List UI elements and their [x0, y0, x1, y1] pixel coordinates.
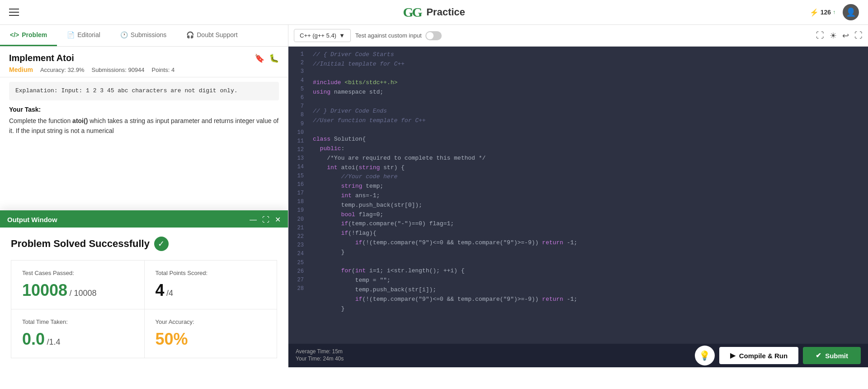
output-close-button[interactable]: ✕ — [275, 215, 281, 224]
your-time-label: Your Time: — [296, 356, 321, 362]
points-scored-label: Total Points Scored: — [156, 270, 266, 276]
points-scored-value: 4 — [156, 281, 165, 299]
output-header: Output Window — ⛶ ✕ — [0, 212, 288, 228]
avatar-icon: 👤 — [846, 7, 856, 17]
stats-grid: Test Cases Passed: 10008 / 10008 Total P… — [11, 260, 277, 358]
solved-text: Problem Solved Successfully — [11, 238, 150, 250]
task-description: Complete the function atoi() which takes… — [9, 116, 279, 136]
editor-toolbar-right: ⛶ ☀ ↩ ⛶ — [816, 31, 863, 41]
main-content: </> Problem 📄 Editorial 🕐 Submissions 🎧 … — [0, 25, 868, 367]
compile-run-label: Compile & Run — [739, 352, 788, 360]
run-play-icon: ▶ — [730, 351, 736, 360]
problem-code-icon: </> — [10, 31, 19, 38]
accuracy-result-label: Your Accuracy: — [156, 318, 266, 325]
tab-editorial[interactable]: 📄 Editorial — [57, 25, 110, 46]
bug-icon[interactable]: 🐛 — [269, 53, 279, 63]
navbar-center: G G Practice — [403, 5, 465, 19]
compile-run-button[interactable]: ▶ Compile & Run — [719, 347, 799, 364]
site-title: Practice — [426, 6, 465, 18]
tab-problem[interactable]: </> Problem — [0, 25, 57, 46]
left-panel: </> Problem 📄 Editorial 🕐 Submissions 🎧 … — [0, 25, 288, 367]
hamburger-menu[interactable] — [9, 9, 19, 16]
bottom-bar: Average Time: 15m Your Time: 24m 40s 💡 ▶… — [288, 344, 868, 367]
accuracy-label: Accuracy: — [40, 66, 66, 73]
code-editor[interactable]: 1234567891011121314151617181920212223242… — [288, 47, 868, 344]
average-time-label: Average Time: — [296, 348, 330, 355]
fullscreen-icon[interactable]: ⛶ — [854, 31, 863, 40]
output-maximize-button[interactable]: ⛶ — [262, 215, 269, 224]
gg-logo: G G — [403, 5, 423, 19]
time-value: 0.0 — [22, 330, 45, 348]
submit-label: Submit — [825, 352, 848, 360]
navbar-right: ⚡ 126 ↑ 👤 — [810, 4, 859, 20]
submissions-value: 90944 — [128, 66, 144, 73]
submissions-clock-icon: 🕐 — [120, 31, 128, 38]
accuracy-value: 32.9% — [68, 66, 85, 73]
solved-row: Problem Solved Successfully ✓ — [11, 237, 277, 251]
language-selector[interactable]: C++ (g++ 5.4) ▼ — [294, 29, 351, 42]
points-meta: Points: 4 — [152, 66, 175, 73]
test-cases-total: / 10008 — [70, 289, 97, 298]
points-scored-total: /4 — [166, 289, 173, 298]
submissions-meta: Submissions: 90944 — [91, 66, 144, 73]
time-label: Total Time Taken: — [22, 318, 133, 325]
points-label: Points: — [152, 66, 170, 73]
user-avatar[interactable]: 👤 — [843, 4, 859, 20]
settings-icon[interactable]: ☀ — [830, 31, 837, 41]
time-info: Average Time: 15m Your Time: 24m 40s — [296, 348, 344, 363]
accuracy-result-value: 50% — [156, 330, 188, 348]
output-body: Problem Solved Successfully ✓ Test Cases… — [0, 228, 288, 367]
stat-points: Total Points Scored: 4 /4 — [144, 260, 278, 309]
your-time-display: Your Time: 24m 40s — [296, 356, 344, 362]
tab-editorial-label: Editorial — [77, 31, 100, 38]
stat-test-cases: Test Cases Passed: 10008 / 10008 — [11, 260, 144, 309]
streak-bolt-icon: ⚡ — [810, 8, 819, 17]
submit-button[interactable]: ✔ Submit — [803, 347, 861, 364]
stat-accuracy: Your Accuracy: 50% — [144, 309, 278, 358]
line-numbers: 1234567891011121314151617181920212223242… — [288, 47, 309, 344]
tab-submissions-label: Submissions — [131, 31, 166, 38]
tab-doubt-support-label: Doubt Support — [197, 31, 237, 38]
problem-meta: Medium Accuracy: 32.9% Submissions: 9094… — [9, 66, 279, 73]
reset-icon[interactable]: ↩ — [842, 31, 849, 41]
expand-icon[interactable]: ⛶ — [816, 31, 824, 40]
streak-arrow-icon: ↑ — [833, 9, 835, 15]
explanation-text: Explanation: Input: 1 2 3 45 abc charact… — [15, 87, 237, 94]
submit-check-icon: ✔ — [816, 351, 821, 360]
problem-title-row: Implement Atoi 🔖 🐛 — [9, 53, 279, 63]
submissions-label: Submissions: — [91, 66, 126, 73]
custom-input-label: Test against custom input — [355, 32, 422, 39]
custom-input-switch[interactable] — [425, 31, 442, 40]
output-window: Output Window — ⛶ ✕ Problem Solved Succe… — [0, 210, 288, 367]
difficulty-badge: Medium — [9, 66, 33, 73]
average-time-value: 15m — [332, 348, 343, 355]
language-value: C++ (g++ 5.4) — [300, 32, 336, 39]
tab-doubt-support[interactable]: 🎧 Doubt Support — [176, 25, 247, 46]
output-minimize-button[interactable]: — — [250, 215, 257, 224]
stat-time: Total Time Taken: 0.0 /1.4 — [11, 309, 144, 358]
tab-bar: </> Problem 📄 Editorial 🕐 Submissions 🎧 … — [0, 25, 288, 47]
test-cases-label: Test Cases Passed: — [22, 270, 133, 276]
bookmark-icon[interactable]: 🔖 — [255, 53, 264, 63]
your-time-value: 24m 40s — [323, 356, 344, 362]
streak-display: ⚡ 126 ↑ — [810, 8, 835, 17]
problem-title: Implement Atoi — [9, 53, 74, 63]
code-lines: // { Driver Code Starts//Initial templat… — [309, 47, 868, 344]
doubt-headphone-icon: 🎧 — [186, 31, 194, 38]
tab-submissions[interactable]: 🕐 Submissions — [110, 25, 176, 46]
task-fn: atoi() — [72, 117, 88, 124]
average-time-display: Average Time: 15m — [296, 348, 344, 355]
editorial-doc-icon: 📄 — [67, 31, 75, 38]
problem-header: Implement Atoi 🔖 🐛 Medium Accuracy: 32.9… — [0, 47, 288, 77]
toggle-knob — [426, 32, 434, 39]
accuracy-meta: Accuracy: 32.9% — [40, 66, 85, 73]
custom-input-toggle: Test against custom input — [355, 31, 442, 40]
check-circle-icon: ✓ — [154, 237, 169, 251]
idea-button[interactable]: 💡 — [695, 346, 715, 365]
editor-toolbar-left: C++ (g++ 5.4) ▼ Test against custom inpu… — [294, 29, 442, 42]
code-content: 1234567891011121314151617181920212223242… — [288, 47, 868, 344]
time-total: /1.4 — [47, 337, 61, 346]
test-cases-passed: 10008 — [22, 281, 67, 299]
points-value: 4 — [171, 66, 175, 73]
streak-count: 126 — [821, 9, 831, 16]
